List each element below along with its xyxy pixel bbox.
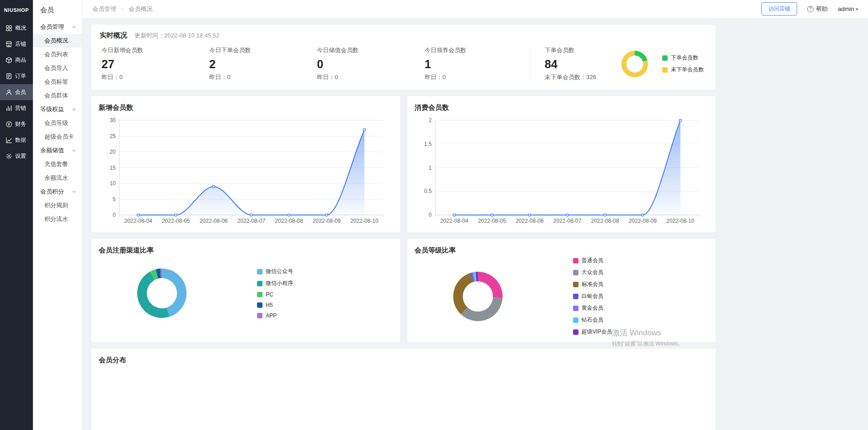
- nav-item[interactable]: 会员群体: [33, 89, 82, 102]
- stat-value: 0: [317, 58, 423, 71]
- svg-text:2022-08-06: 2022-08-06: [199, 218, 228, 224]
- legend-item[interactable]: 白银会员: [573, 292, 612, 300]
- nav-item[interactable]: 会员概况: [33, 34, 82, 48]
- legend-item[interactable]: 微信公众号: [257, 268, 293, 275]
- pie-segment[interactable]: [478, 272, 503, 298]
- visit-shop-button[interactable]: 访问店铺: [761, 2, 797, 16]
- sidebar-item-orders[interactable]: 订单: [0, 68, 33, 84]
- legend-item[interactable]: H5: [257, 302, 293, 308]
- nav-group-label: 等级权益: [40, 105, 64, 113]
- chevron-down-icon: ▾: [856, 7, 858, 11]
- stat-value: 1: [425, 58, 531, 71]
- svg-text:15: 15: [110, 165, 116, 171]
- help-link[interactable]: ? 帮助: [807, 5, 828, 13]
- legend-item[interactable]: 下单会员数: [662, 54, 704, 62]
- sidebar-item-label: 数据: [15, 136, 26, 144]
- legend-label: H5: [266, 302, 273, 308]
- breadcrumb-separator: -: [122, 5, 123, 12]
- legend-item[interactable]: PC: [257, 291, 293, 298]
- svg-text:0.5: 0.5: [424, 188, 432, 194]
- nav-item[interactable]: 超级会员卡: [33, 130, 82, 144]
- legend-item[interactable]: 标准会员: [573, 280, 612, 288]
- stat-label: 今日新增会员数: [102, 46, 208, 54]
- nav-item[interactable]: 会员等级: [33, 116, 82, 130]
- legend-swatch: [257, 292, 263, 297]
- nav-group-label: 会员管理: [40, 23, 64, 31]
- legend-item[interactable]: 黄金会员: [573, 304, 612, 312]
- sidebar-item-data[interactable]: 数据: [0, 132, 33, 148]
- svg-text:2022-08-10: 2022-08-10: [350, 218, 379, 224]
- legend-swatch: [662, 67, 668, 73]
- pie-segment[interactable]: [453, 273, 473, 314]
- sidebar-item-goods[interactable]: 商品: [0, 52, 33, 68]
- legend-swatch: [257, 269, 263, 274]
- pie-segment[interactable]: [635, 51, 648, 62]
- legend-label: PC: [266, 291, 273, 298]
- nav-group[interactable]: 余额储值: [33, 144, 82, 157]
- legend-item[interactable]: 大众会员: [573, 269, 612, 276]
- nav-group[interactable]: 会员积分: [33, 185, 82, 199]
- legend-swatch: [573, 306, 579, 311]
- settings-icon: [5, 153, 12, 160]
- legend-item[interactable]: 普通会员: [573, 257, 612, 264]
- legend-item[interactable]: 钻石会员: [573, 316, 612, 324]
- member-level-body: 普通会员大众会员标准会员白银会员黄金会员钻石会员超级VIP会员: [415, 257, 709, 336]
- user-menu[interactable]: admin ▾: [838, 5, 858, 12]
- sidebar-item-marketing[interactable]: 营销: [0, 100, 33, 116]
- stat-block: 今日储值会员数0昨日：0: [315, 46, 423, 81]
- svg-text:1.5: 1.5: [424, 141, 432, 147]
- stat-sub: 昨日：0: [425, 73, 531, 81]
- svg-text:2022-08-08: 2022-08-08: [591, 218, 619, 224]
- marketing-icon: [5, 105, 12, 112]
- nav-item[interactable]: 会员标签: [33, 75, 82, 89]
- legend-label: 钻石会员: [582, 316, 604, 324]
- legend-item[interactable]: 未下单会员数: [662, 66, 704, 74]
- nav-item[interactable]: 会员导入: [33, 61, 82, 75]
- member-level-card: 会员等级比率 普通会员大众会员标准会员白银会员黄金会员钻石会员超级VIP会员: [407, 239, 716, 342]
- legend-item[interactable]: 微信小程序: [257, 280, 293, 287]
- sidebar-item-settings[interactable]: 设置: [0, 148, 33, 164]
- nav-group[interactable]: 会员管理: [33, 20, 82, 34]
- pie-segment[interactable]: [137, 272, 170, 318]
- sidebar-item-finance[interactable]: 财务: [0, 116, 33, 132]
- pie-segment[interactable]: [461, 297, 503, 321]
- sidebar-item-label: 店铺: [15, 40, 26, 48]
- svg-text:0: 0: [429, 212, 432, 218]
- svg-text:2022-08-07: 2022-08-07: [237, 218, 266, 224]
- nav-item[interactable]: 积分规则: [33, 199, 82, 212]
- nav-group-label: 会员积分: [40, 188, 64, 196]
- legend-label: 微信公众号: [266, 268, 293, 275]
- svg-text:2022-08-05: 2022-08-05: [477, 218, 506, 224]
- sidebar-item-shop[interactable]: 店铺: [0, 36, 33, 52]
- stat-block: 今日新增会员数27昨日：0: [100, 46, 208, 81]
- chevron-down-icon: [72, 25, 76, 29]
- nav-group[interactable]: 等级权益: [33, 102, 82, 116]
- breadcrumb-parent[interactable]: 会员管理: [92, 5, 116, 12]
- legend-swatch: [573, 258, 579, 263]
- realtime-card-head: 实时概况 更新时间：2022-08-10 18:45:52: [100, 31, 707, 40]
- legend-label: 白银会员: [582, 292, 604, 300]
- shop-icon: [5, 41, 12, 48]
- orders-icon: [5, 73, 12, 80]
- nav-item[interactable]: 会员列表: [33, 48, 82, 61]
- legend-item[interactable]: APP: [257, 312, 293, 319]
- nav-group-label: 余额储值: [40, 146, 64, 155]
- new-members-chart-card: 新增会员数 0510152025302022-08-042022-08-0520…: [91, 96, 400, 232]
- breadcrumb: 会员管理 - 会员概况: [92, 5, 153, 13]
- stat-value: 84: [545, 58, 612, 71]
- legend-label: 超级VIP会员: [582, 328, 612, 336]
- nav-item[interactable]: 积分流水: [33, 212, 82, 226]
- sidebar-item-label: 财务: [15, 120, 26, 128]
- sidebar-item-members[interactable]: 会员: [0, 84, 33, 100]
- sidebar-item-overview[interactable]: 概况: [0, 20, 33, 36]
- svg-text:2022-08-06: 2022-08-06: [515, 218, 544, 224]
- members-icon: [5, 89, 12, 96]
- legend-label: APP: [266, 312, 277, 319]
- topbar-right: 访问店铺 ? 帮助 admin ▾: [761, 2, 858, 16]
- nav-item[interactable]: 充值套餐: [33, 157, 82, 171]
- legend-item[interactable]: 超级VIP会员: [573, 328, 612, 336]
- svg-text:2022-08-07: 2022-08-07: [553, 218, 581, 224]
- nav-item[interactable]: 余额流水: [33, 171, 82, 185]
- line-charts-row: 新增会员数 0510152025302022-08-042022-08-0520…: [91, 96, 716, 232]
- help-icon: ?: [807, 6, 814, 12]
